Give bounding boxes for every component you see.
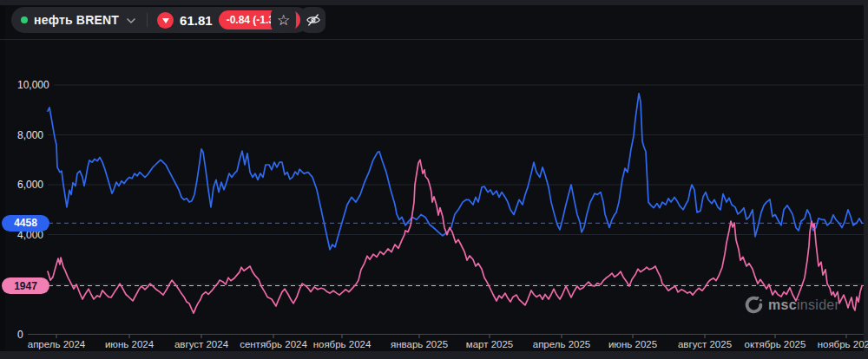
trading-chart-widget: нефть BRENT 61.81 -0.84 (-1.34%) ☆ 10,00… — [0, 0, 868, 359]
visibility-button[interactable] — [300, 7, 326, 33]
y-axis-label: 8,000 — [17, 128, 48, 142]
watermark-text-bold: msc — [768, 297, 797, 312]
brent-pink-line — [48, 160, 862, 313]
x-axis-label: ноябрь 2025 — [818, 339, 868, 349]
status-dot-icon — [21, 16, 28, 23]
watermark-text-light: insider — [797, 297, 839, 312]
x-axis-label: август 2024 — [174, 339, 228, 349]
brent-blue-line — [48, 94, 862, 250]
x-axis-label: июнь 2025 — [608, 339, 657, 349]
x-axis-label: июнь 2024 — [105, 339, 154, 349]
last-price: 61.81 — [180, 13, 213, 28]
header-separator — [0, 39, 864, 40]
brent-blue-last-value-badge: 4458 — [2, 215, 49, 232]
x-axis-label: апрель 2025 — [533, 339, 591, 349]
panel-left-edge — [0, 5, 5, 351]
x-axis-label: август 2025 — [678, 339, 732, 349]
x-axis-label: октябрь 2025 — [745, 339, 806, 349]
x-axis-label: март 2025 — [466, 339, 514, 349]
price-chart-canvas[interactable] — [17, 52, 864, 338]
x-axis-label: январь 2025 — [391, 339, 448, 349]
instrument-selector[interactable]: нефть BRENT 61.81 -0.84 (-1.34%) — [11, 7, 309, 33]
x-axis-label: сентябрь 2024 — [240, 339, 307, 349]
y-axis-label: 6,000 — [17, 178, 48, 192]
star-icon: ☆ — [277, 13, 290, 28]
x-axis-label: ноябрь 2024 — [313, 339, 372, 349]
chevron-down-icon — [127, 18, 135, 23]
price-direction-down-icon — [157, 12, 174, 29]
watermark: mscinsider — [745, 296, 839, 314]
y-axis-label: 10,000 — [17, 78, 54, 92]
favorite-button[interactable]: ☆ — [271, 7, 296, 33]
header-divider — [147, 13, 148, 27]
mscinsider-logo-icon — [745, 296, 763, 314]
x-axis-label: апрель 2024 — [28, 339, 86, 349]
brent-pink-last-value-badge: 1947 — [2, 277, 49, 294]
y-axis-label: 0 — [17, 328, 28, 342]
instrument-name: нефть BRENT — [34, 13, 119, 27]
eye-off-icon — [306, 12, 321, 28]
